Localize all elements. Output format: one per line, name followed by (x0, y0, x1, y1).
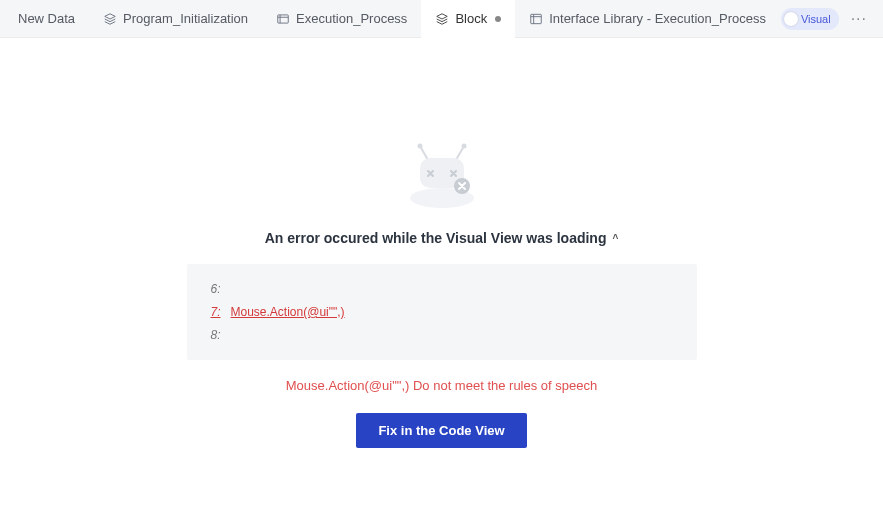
view-mode-toggle[interactable]: Visual (781, 8, 839, 30)
error-code-box: 6: 7: Mouse.Action(@ui"",) 8: (187, 264, 697, 360)
error-panel: An error occured while the Visual View w… (0, 38, 883, 448)
tab-label: Program_Initialization (123, 11, 248, 26)
tab-interface-library[interactable]: Interface Library - Execution_Process (515, 0, 780, 38)
tab-program-initialization[interactable]: Program_Initialization (89, 0, 262, 38)
tab-bar: New Data Program_Initialization Executio… (0, 0, 883, 38)
code-line: 8: (207, 324, 677, 347)
toggle-label: Visual (801, 13, 837, 25)
code-line: 6: (207, 278, 677, 301)
svg-rect-1 (531, 14, 542, 23)
tab-label: Execution_Process (296, 11, 407, 26)
collapse-caret-icon: ^ (612, 233, 618, 244)
tab-block[interactable]: Block (421, 0, 515, 38)
tab-label: Block (455, 11, 487, 26)
line-code: Mouse.Action(@ui"",) (231, 301, 345, 324)
error-robot-icon (392, 138, 492, 218)
fix-in-code-view-button[interactable]: Fix in the Code View (356, 413, 526, 448)
code-line-error[interactable]: 7: Mouse.Action(@ui"",) (207, 301, 677, 324)
line-number: 7: (207, 301, 221, 324)
process-icon (276, 12, 290, 26)
stack-icon (103, 12, 117, 26)
tab-label: New Data (18, 11, 75, 26)
tab-label: Interface Library - Execution_Process (549, 11, 766, 26)
stack-icon (435, 12, 449, 26)
tab-tools: Visual ··· (781, 8, 879, 30)
more-menu-button[interactable]: ··· (847, 10, 871, 28)
line-number: 6: (207, 278, 221, 301)
dirty-indicator-icon (495, 16, 501, 22)
error-title[interactable]: An error occured while the Visual View w… (265, 230, 619, 246)
tab-new-data[interactable]: New Data (4, 0, 89, 38)
svg-point-5 (461, 144, 466, 149)
tab-execution-process[interactable]: Execution_Process (262, 0, 421, 38)
toggle-knob-icon (784, 12, 798, 26)
library-icon (529, 12, 543, 26)
error-detail-message: Mouse.Action(@ui"",) Do not meet the rul… (286, 378, 597, 393)
error-title-text: An error occured while the Visual View w… (265, 230, 607, 246)
svg-point-4 (417, 144, 422, 149)
line-number: 8: (207, 324, 221, 347)
svg-rect-0 (278, 14, 289, 22)
